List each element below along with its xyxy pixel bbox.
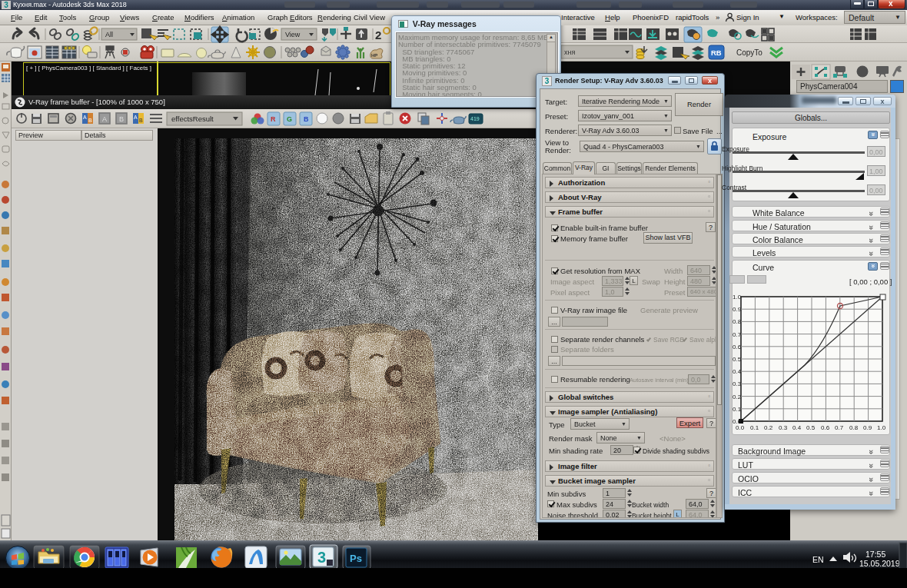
svg-text:0.5: 0.5 — [733, 356, 742, 363]
svg-text:0.1: 0.1 — [733, 406, 742, 413]
svg-text:R: R — [271, 115, 276, 123]
svg-text:B: B — [139, 118, 143, 123]
svg-text:419: 419 — [470, 116, 480, 121]
svg-text:0.2: 0.2 — [733, 394, 742, 400]
svg-text:17:55: 17:55 — [865, 550, 885, 559]
svg-text:B: B — [304, 115, 309, 123]
svg-text:View: View — [285, 31, 301, 38]
svg-text:хня: хня — [564, 48, 575, 56]
svg-text:CopyTo: CopyTo — [736, 48, 762, 57]
svg-text:0.0: 0.0 — [736, 424, 745, 431]
svg-text:B: B — [119, 115, 124, 123]
svg-text:0.1: 0.1 — [750, 424, 759, 431]
svg-text:0.5: 0.5 — [806, 424, 816, 431]
svg-text:1.0: 1.0 — [877, 424, 886, 431]
svg-text:0.3: 0.3 — [733, 380, 742, 387]
svg-text:0.6: 0.6 — [821, 424, 830, 431]
svg-text:3: 3 — [317, 549, 326, 566]
svg-text:G: G — [287, 115, 292, 123]
svg-text:EN: EN — [812, 555, 824, 564]
svg-text:Ps: Ps — [350, 553, 362, 564]
svg-text:15.05.2019: 15.05.2019 — [859, 559, 900, 568]
svg-text:0.3: 0.3 — [779, 424, 788, 431]
svg-text:A: A — [102, 115, 107, 123]
svg-text:B: B — [88, 118, 92, 123]
svg-text:0.7: 0.7 — [733, 331, 742, 338]
svg-text:A: A — [83, 115, 87, 120]
svg-text:0.4: 0.4 — [733, 368, 742, 375]
svg-text:0.8: 0.8 — [733, 318, 742, 325]
svg-text:0.4: 0.4 — [792, 424, 802, 431]
svg-text:HP: HP — [371, 53, 377, 58]
svg-text:2: 2 — [375, 28, 381, 42]
svg-text:effectsResult: effectsResult — [171, 115, 214, 123]
svg-text:1.0: 1.0 — [733, 294, 742, 301]
svg-text:0.6: 0.6 — [733, 344, 742, 350]
svg-text:RB: RB — [711, 48, 722, 57]
svg-text:0.9: 0.9 — [733, 306, 742, 313]
svg-text:0.2: 0.2 — [764, 424, 773, 431]
svg-text:A: A — [134, 115, 138, 120]
svg-text:0.9: 0.9 — [863, 424, 872, 431]
svg-text:0.7: 0.7 — [835, 424, 844, 431]
svg-text:3: 3 — [4, 1, 8, 9]
svg-text:0.8: 0.8 — [849, 424, 859, 431]
svg-text:All: All — [105, 31, 113, 38]
